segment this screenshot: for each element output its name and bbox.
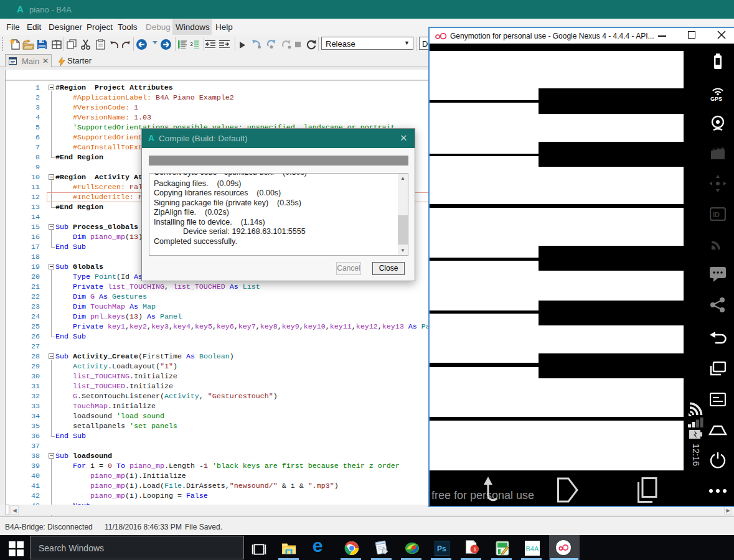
svg-text:GPS: GPS	[710, 96, 722, 101]
svg-text:1: 1	[473, 546, 476, 553]
svg-text:2: 2	[191, 41, 193, 47]
svg-text:B4A: B4A	[526, 545, 539, 553]
svg-text:ID: ID	[713, 211, 720, 218]
svg-text:Ps: Ps	[437, 544, 446, 553]
svg-text:e: e	[313, 538, 323, 553]
